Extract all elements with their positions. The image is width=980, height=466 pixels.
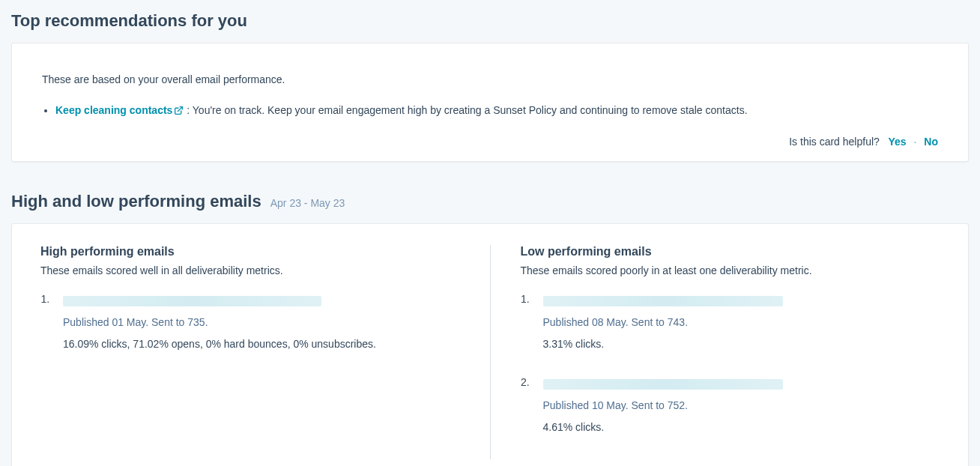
- email-stats: 16.09% clicks, 71.02% opens, 0% hard bou…: [63, 336, 460, 354]
- high-performing-column: High performing emails These emails scor…: [30, 245, 491, 459]
- list-item: Published 01 May. Sent to 735. 16.09% cl…: [52, 293, 460, 354]
- recommendations-intro: These are based on your overall email pe…: [42, 73, 938, 85]
- recommendations-card: These are based on your overall email pe…: [11, 43, 969, 162]
- email-meta: Published 10 May. Sent to 752.: [543, 397, 940, 415]
- feedback-prompt: Is this card helpful?: [789, 136, 880, 148]
- low-performing-title: Low performing emails: [521, 245, 940, 258]
- recommendations-title: Top recommendations for you: [11, 11, 969, 31]
- feedback-yes-button[interactable]: Yes: [889, 136, 907, 148]
- high-performing-list: Published 01 May. Sent to 735. 16.09% cl…: [40, 293, 460, 354]
- high-performing-subtitle: These emails scored well in all delivera…: [40, 264, 460, 276]
- recommendations-list: Keep cleaning contacts : You're on track…: [42, 102, 938, 119]
- external-link-icon: [174, 103, 184, 120]
- email-stats: 3.31% clicks.: [543, 336, 940, 354]
- list-item: Published 10 May. Sent to 752. 4.61% cli…: [533, 376, 940, 437]
- email-meta: Published 01 May. Sent to 735.: [63, 314, 460, 332]
- high-performing-title: High performing emails: [40, 245, 460, 258]
- recommendation-suffix: : You're on track. Keep your email engag…: [187, 104, 747, 116]
- performance-header: High and low performing emails Apr 23 - …: [11, 192, 969, 211]
- date-range: Apr 23 - May 23: [270, 197, 345, 209]
- email-meta: Published 08 May. Sent to 743.: [543, 314, 940, 332]
- performance-card: High performing emails These emails scor…: [11, 223, 969, 466]
- performance-title: High and low performing emails: [11, 192, 261, 211]
- feedback-row: Is this card helpful? Yes · No: [42, 136, 938, 148]
- low-performing-subtitle: These emails scored poorly in at least o…: [521, 264, 940, 276]
- email-name-redacted[interactable]: [543, 379, 783, 390]
- list-item: Published 08 May. Sent to 743. 3.31% cli…: [533, 293, 940, 354]
- recommendation-item: Keep cleaning contacts : You're on track…: [55, 102, 938, 119]
- recommendation-link-text: Keep cleaning contacts: [55, 104, 172, 116]
- email-name-redacted[interactable]: [63, 296, 321, 306]
- low-performing-list: Published 08 May. Sent to 743. 3.31% cli…: [521, 293, 940, 437]
- email-name-redacted[interactable]: [543, 296, 783, 306]
- email-stats: 4.61% clicks.: [543, 419, 940, 437]
- keep-cleaning-contacts-link[interactable]: Keep cleaning contacts: [55, 104, 187, 116]
- feedback-no-button[interactable]: No: [924, 136, 938, 148]
- svg-line-0: [178, 107, 183, 112]
- low-performing-column: Low performing emails These emails score…: [491, 245, 951, 459]
- feedback-separator: ·: [914, 136, 917, 148]
